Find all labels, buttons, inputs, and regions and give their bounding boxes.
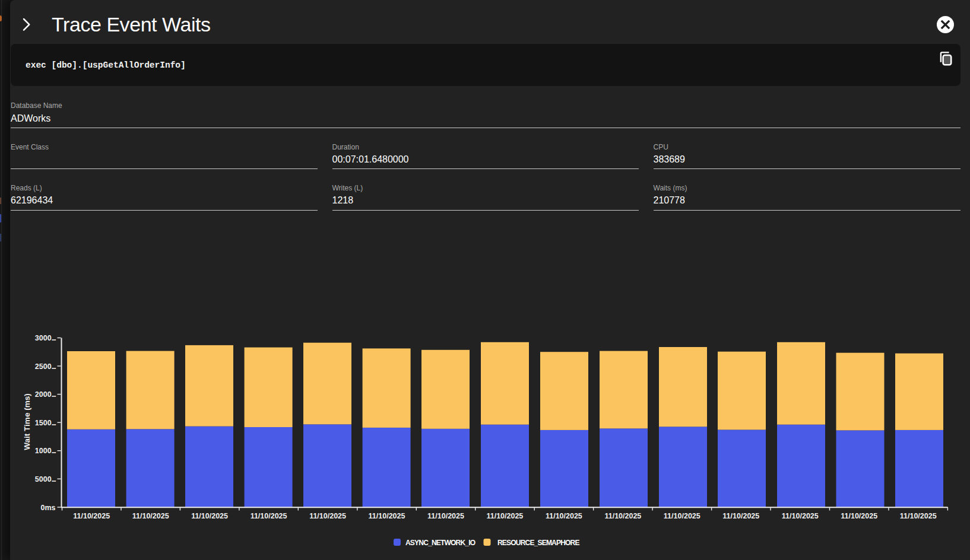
svg-text:11/10/2025: 11/10/2025 <box>604 512 641 520</box>
svg-text:11/10/2025: 11/10/2025 <box>132 512 169 520</box>
svg-text:11/10/2025: 11/10/2025 <box>251 512 287 520</box>
svg-text:2000...: 2000... <box>35 390 56 399</box>
svg-text:2500...: 2500... <box>35 362 56 371</box>
svg-text:11/10/2025: 11/10/2025 <box>841 512 877 520</box>
svg-text:11/10/2025: 11/10/2025 <box>722 512 759 520</box>
svg-text:3000...: 3000... <box>35 334 56 342</box>
svg-text:11/10/2025: 11/10/2025 <box>900 512 937 520</box>
svg-text:11/10/2025: 11/10/2025 <box>369 512 405 520</box>
svg-text:11/10/2025: 11/10/2025 <box>546 512 582 520</box>
svg-text:RESOURCE_SEMAPHORE: RESOURCE_SEMAPHORE <box>497 539 579 547</box>
svg-text:1500...: 1500... <box>35 419 56 427</box>
svg-text:Wait Time (ms): Wait Time (ms) <box>23 393 31 450</box>
svg-text:11/10/2025: 11/10/2025 <box>486 512 523 520</box>
svg-text:ASYNC_NETWORK_IO: ASYNC_NETWORK_IO <box>405 539 476 547</box>
svg-text:11/10/2025: 11/10/2025 <box>782 512 819 520</box>
svg-text:5000...: 5000... <box>35 475 56 483</box>
svg-text:11/10/2025: 11/10/2025 <box>427 512 464 520</box>
svg-text:11/10/2025: 11/10/2025 <box>309 512 346 520</box>
svg-text:11/10/2025: 11/10/2025 <box>664 512 700 520</box>
svg-text:11/10/2025: 11/10/2025 <box>73 512 110 520</box>
svg-text:11/10/2025: 11/10/2025 <box>191 512 228 520</box>
svg-text:0ms: 0ms <box>40 504 55 512</box>
svg-text:1000...: 1000... <box>35 447 56 455</box>
